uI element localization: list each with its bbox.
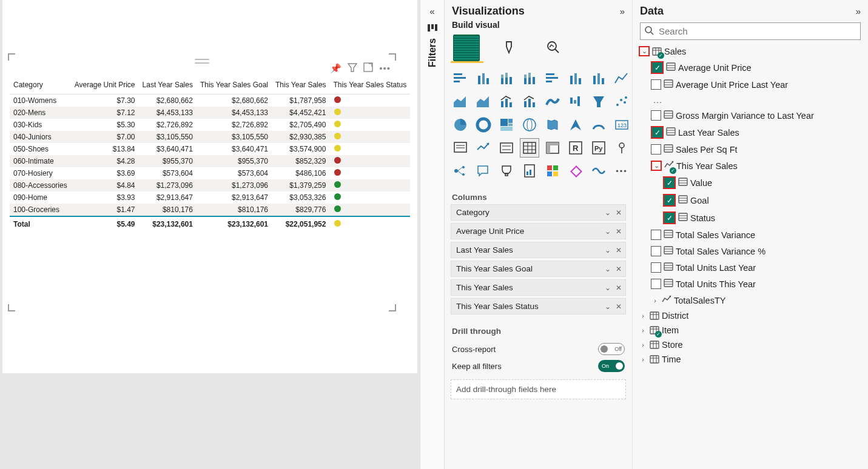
report-canvas[interactable]: 📌 ••• CategoryAverage Unit PriceLast Yea… (0, 0, 420, 469)
viz-type-slicer[interactable] (497, 138, 516, 158)
field-total-units-ty[interactable]: Total Units This Year (638, 276, 863, 292)
viz-more-icon[interactable]: ••• (612, 161, 631, 181)
viz-type-diamond[interactable] (566, 161, 585, 181)
viz-type-appsource[interactable] (543, 161, 562, 181)
viz-type-bars-h[interactable] (543, 69, 562, 88)
field-total-sales-var[interactable]: Total Sales Variance (638, 227, 863, 243)
remove-field-icon[interactable]: ✕ (616, 246, 622, 254)
field-avg-unit-price[interactable]: ✓ Average Unit Price (638, 59, 863, 76)
field-menu-icon[interactable]: ⌄ (605, 227, 611, 236)
resize-handle-tl[interactable] (8, 53, 15, 61)
viz-type-qna[interactable] (474, 161, 493, 181)
viz-type-kpi[interactable] (474, 138, 493, 158)
viz-type-waterfall[interactable] (566, 92, 585, 111)
collapse-data-icon[interactable]: » (856, 6, 861, 16)
build-tab[interactable] (453, 35, 480, 61)
table-row[interactable]: 020-Mens$7.12$4,453,133$4,453,133$4,452,… (10, 107, 410, 119)
viz-type-donut[interactable] (474, 115, 493, 135)
viz-type-stacked[interactable] (520, 69, 539, 88)
field-more[interactable]: ... (638, 93, 863, 107)
expand-filters-icon[interactable]: « (429, 6, 434, 16)
viz-type-gauge[interactable] (589, 115, 608, 135)
field-menu-icon[interactable]: ⌄ (605, 302, 611, 311)
collapse-viz-icon[interactable]: » (620, 6, 625, 16)
resize-handle-br[interactable] (389, 304, 396, 311)
field-total-units-ly[interactable]: Total Units Last Year (638, 259, 863, 276)
viz-type-treemap[interactable] (497, 115, 516, 135)
viz-type-pie[interactable] (451, 115, 470, 135)
viz-type-card[interactable] (612, 115, 631, 135)
viz-type-scatter[interactable] (612, 92, 631, 111)
viz-type-filled-map[interactable] (543, 115, 562, 135)
viz-type-map[interactable] (520, 115, 539, 135)
remove-field-icon[interactable]: ✕ (616, 284, 622, 292)
filter-icon[interactable] (348, 62, 357, 74)
field-menu-icon[interactable]: ⌄ (605, 284, 611, 292)
viz-type-arrow[interactable] (566, 115, 585, 135)
viz-type-combo[interactable] (520, 92, 539, 111)
column-field[interactable]: This Year Sales Status⌄✕ (451, 298, 626, 314)
table-row[interactable]: 080-Accessories$4.84$1,273,096$1,273,096… (10, 179, 410, 191)
table-visual[interactable]: 📌 ••• CategoryAverage Unit PriceLast Yea… (8, 54, 395, 311)
column-header[interactable]: This Year Sales Status (329, 77, 410, 95)
column-field[interactable]: This Year Sales⌄✕ (451, 279, 626, 296)
table-district[interactable]: › District (638, 308, 863, 323)
viz-type-bars-v[interactable] (566, 69, 585, 88)
search-box[interactable] (640, 22, 861, 40)
table-row[interactable]: 040-Juniors$7.00$3,105,550$3,105,550$2,9… (10, 131, 410, 143)
table-row[interactable]: 030-Kids$5.30$2,726,892$2,726,892$2,705,… (10, 119, 410, 131)
table-item[interactable]: ›✓ Item (638, 323, 863, 338)
table-row[interactable]: 060-Intimate$4.28$955,370$955,370$852,32… (10, 155, 410, 167)
field-menu-icon[interactable]: ⌄ (605, 246, 611, 254)
field-gross-margin-var[interactable]: Gross Margin Variance to Last Year (638, 107, 863, 124)
viz-type-ribbon[interactable] (543, 92, 562, 111)
filters-pane-collapsed[interactable]: « Filters (420, 0, 445, 469)
viz-type-cup[interactable] (497, 161, 516, 181)
viz-type-table[interactable] (520, 138, 539, 158)
field-menu-icon[interactable]: ⌄ (605, 208, 611, 217)
table-row[interactable]: 090-Home$3.93$2,913,647$2,913,647$3,053,… (10, 191, 410, 204)
table-sales[interactable]: ⌄ ✓ Sales (638, 44, 863, 59)
field-sales-per-sqft[interactable]: Sales Per Sq Ft (638, 141, 863, 158)
viz-type-paginated[interactable] (520, 161, 539, 181)
remove-field-icon[interactable]: ✕ (616, 227, 622, 236)
table-time[interactable]: › Time (638, 352, 863, 367)
column-header[interactable]: This Year Sales (272, 77, 329, 95)
viz-type-line[interactable] (612, 69, 631, 88)
visual-drag-handle[interactable] (195, 59, 209, 64)
remove-field-icon[interactable]: ✕ (616, 302, 622, 311)
resize-handle-bl[interactable] (8, 304, 15, 311)
viz-type-stacked[interactable] (497, 69, 516, 88)
column-field[interactable]: Last Year Sales⌄✕ (451, 242, 626, 258)
pin-icon[interactable]: 📌 (330, 63, 341, 74)
field-this-year-sales[interactable]: ⌄ ✓ This Year Sales (638, 158, 863, 174)
drillthrough-dropzone[interactable]: Add drill-through fields here (451, 379, 626, 399)
column-header[interactable]: Category (10, 77, 71, 95)
format-tab[interactable] (497, 35, 523, 61)
viz-type-area[interactable] (451, 92, 470, 111)
viz-type-bars-h[interactable] (451, 69, 470, 88)
table-store[interactable]: › Store (638, 338, 863, 352)
field-avg-unit-price-ly[interactable]: Average Unit Price Last Year (638, 76, 863, 93)
field-ty-value[interactable]: ✓ Value (638, 174, 863, 191)
analytics-tab[interactable] (540, 35, 567, 61)
viz-type-r[interactable] (566, 138, 585, 158)
viz-type-matrix[interactable] (543, 138, 562, 158)
viz-type-bars-v[interactable] (474, 69, 493, 88)
field-ty-goal[interactable]: ✓ Goal (638, 191, 863, 209)
table-row[interactable]: 010-Womens$7.30$2,680,662$2,680,662$1,78… (10, 95, 410, 107)
remove-field-icon[interactable]: ✕ (616, 208, 622, 217)
field-menu-icon[interactable]: ⌄ (605, 265, 611, 273)
column-header[interactable]: Last Year Sales (139, 77, 197, 95)
column-field[interactable]: This Year Sales Goal⌄✕ (451, 261, 626, 277)
viz-type-area[interactable] (474, 92, 493, 111)
viz-type-bars-v[interactable] (589, 69, 608, 88)
viz-type-flow[interactable] (589, 161, 608, 181)
search-input[interactable] (658, 25, 856, 37)
cross-report-toggle[interactable]: Off (598, 343, 625, 355)
field-last-year-sales[interactable]: ✓ Last Year Sales (638, 124, 863, 141)
column-header[interactable]: This Year Sales Goal (197, 77, 272, 95)
resize-handle-tr[interactable] (389, 53, 396, 61)
column-field[interactable]: Average Unit Price⌄✕ (451, 223, 626, 239)
viz-type-py[interactable] (589, 138, 608, 158)
